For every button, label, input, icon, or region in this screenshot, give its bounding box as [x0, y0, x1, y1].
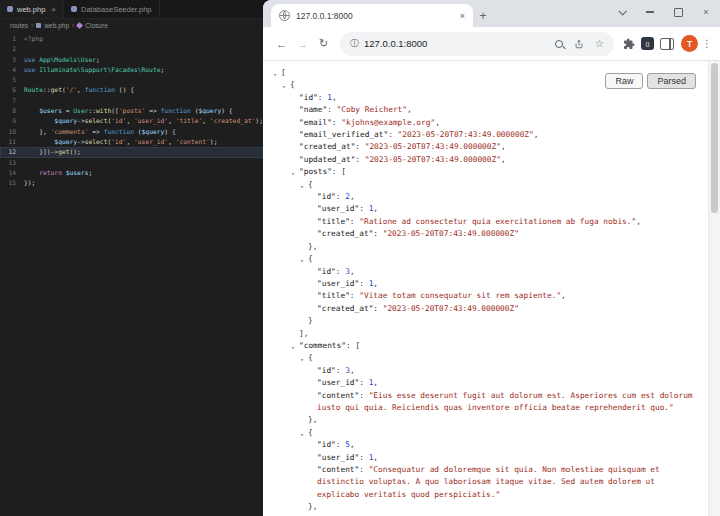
code-token: $query	[54, 117, 77, 124]
minimize-button[interactable]	[636, 0, 664, 24]
code-line-3[interactable]: 3use App\Models\User;	[0, 55, 263, 65]
omnibox-actions: ☆	[555, 38, 604, 49]
parsed-button[interactable]: Parsed	[647, 73, 696, 89]
maximize-button[interactable]	[664, 0, 692, 24]
code-line-4[interactable]: 4use Illuminate\Support\Facades\Route;	[0, 65, 263, 75]
site-info-icon[interactable]: ⓘ	[350, 37, 359, 50]
code-token: 'id'	[111, 117, 126, 124]
code-line-5[interactable]: 5	[0, 75, 263, 85]
json-token: ,	[373, 378, 378, 387]
bookmark-star-icon[interactable]: ☆	[595, 38, 604, 49]
line-number: 1	[0, 34, 24, 44]
code-token: ->	[77, 117, 85, 124]
code-text: use Illuminate\Support\Facades\Route;	[24, 65, 164, 75]
browser-tab-strip: 127.0.0.1:8000 × + ×	[263, 0, 720, 27]
json-token: "id"	[317, 267, 336, 276]
close-window-button[interactable]: ×	[692, 0, 720, 24]
code-token: select	[85, 138, 108, 145]
breadcrumb-item-web-php[interactable]: web.php	[44, 22, 69, 29]
close-tab-icon[interactable]: ×	[460, 11, 465, 21]
breadcrumb-item-closure[interactable]: Closure	[85, 22, 107, 29]
chevron-separator-icon: ›	[31, 22, 33, 29]
code-line-2[interactable]: 2	[0, 44, 263, 54]
php-file-icon	[71, 6, 77, 12]
extensions-puzzle-icon[interactable]	[623, 38, 635, 50]
browser-tab[interactable]: 127.0.0.1:8000 ×	[271, 4, 473, 27]
json-line: "email_verified_at": "2023-05-20T07:43:4…	[263, 129, 720, 141]
code-token: ) {	[164, 128, 175, 135]
json-token: ,	[350, 440, 355, 449]
code-token: },	[24, 128, 51, 135]
reload-button[interactable]: ↻	[315, 37, 332, 50]
code-line-14[interactable]: 14 return $users;	[0, 168, 263, 178]
code-token: 'created_at'	[210, 117, 256, 124]
code-token: ->	[77, 138, 85, 145]
line-number: 7	[0, 96, 24, 106]
code-text: use App\Models\User;	[24, 55, 100, 65]
kebab-menu-icon[interactable]: ⋮	[702, 38, 712, 49]
code-line-12[interactable]: 12 }])->get();	[0, 147, 263, 157]
code-line-10[interactable]: 10 }, 'comments' => function ($query) {	[0, 127, 263, 137]
json-token: :	[355, 155, 364, 164]
json-line: "content": "Consequatur ad doloremque si…	[263, 464, 720, 501]
code-token: ;	[88, 169, 92, 176]
json-token: [	[281, 68, 286, 77]
json-token: :	[332, 118, 341, 127]
code-line-15[interactable]: 15});	[0, 178, 263, 188]
breadcrumb: routes › web.php › Closure	[0, 19, 263, 31]
back-button[interactable]: ←	[273, 38, 290, 50]
json-line: "user_id": 1,	[263, 278, 720, 290]
code-line-7[interactable]: 7	[0, 96, 263, 106]
code-area[interactable]: 1<?php23use App\Models\User;4use Illumin…	[0, 31, 263, 516]
close-tab-icon[interactable]: ×	[51, 5, 56, 14]
page-content: Raw Parsed ▾[▾{"id": 1,"name": "Coby Rei…	[263, 61, 720, 516]
breadcrumb-item-routes[interactable]: routes	[10, 22, 28, 29]
code-text: $query->select('id', 'user_id', 'title',…	[24, 116, 263, 126]
scrollbar[interactable]	[708, 61, 720, 516]
json-formatter-extension-icon[interactable]: {}	[641, 37, 654, 50]
editor-tab-label: DatabaseSeeder.php	[81, 5, 151, 14]
json-token: "kjohns@example.org"	[341, 118, 435, 127]
tab-search-chevron-icon[interactable]	[608, 0, 636, 24]
json-token: "Coby Reichert"	[337, 105, 407, 114]
new-tab-button[interactable]: +	[473, 9, 493, 23]
json-token: "id"	[317, 440, 336, 449]
json-token: "id"	[299, 93, 318, 102]
editor-tab-web-php[interactable]: web.php ×	[0, 0, 64, 18]
code-line-13[interactable]: 13	[0, 158, 263, 168]
address-bar[interactable]: ⓘ 127.0.0.1:8000 ☆	[340, 32, 614, 56]
code-token: '/'	[66, 86, 77, 93]
json-line: "id": 3,	[263, 266, 720, 278]
code-token: function	[161, 107, 191, 114]
forward-button[interactable]: →	[294, 38, 311, 50]
json-token: "Consequatur ad doloremque sit quia. Non…	[317, 465, 660, 499]
editor-tab-databaseseeder[interactable]: DatabaseSeeder.php	[64, 0, 159, 18]
profile-avatar[interactable]: T	[681, 35, 698, 52]
json-token: },	[308, 502, 317, 511]
json-token: "content"	[317, 465, 359, 474]
code-token: 'comments'	[51, 128, 89, 135]
json-token: ,	[332, 93, 337, 102]
json-line: }	[263, 315, 720, 327]
code-token: ,	[202, 117, 210, 124]
json-token: {	[308, 180, 313, 189]
code-line-11[interactable]: 11 $query->select('id', 'user_id', 'cont…	[0, 137, 263, 147]
url-text: 127.0.0.1:8000	[364, 38, 550, 49]
code-token: );	[255, 117, 263, 124]
side-panel-icon[interactable]	[660, 38, 674, 50]
json-line: "id": 3,	[263, 365, 720, 377]
scrollbar-thumb[interactable]	[711, 63, 718, 213]
json-token: :	[318, 93, 327, 102]
code-line-1[interactable]: 1<?php	[0, 34, 263, 44]
code-token: () {	[115, 86, 134, 93]
code-line-9[interactable]: 9 $query->select('id', 'user_id', 'title…	[0, 116, 263, 126]
raw-button[interactable]: Raw	[605, 73, 643, 89]
json-token: :	[350, 291, 359, 300]
code-line-8[interactable]: 8 $users = User::with(['posts' => functi…	[0, 106, 263, 116]
code-line-6[interactable]: 6Route::get('/', function () {	[0, 85, 263, 95]
zoom-icon[interactable]	[555, 40, 563, 48]
line-number: 5	[0, 75, 24, 85]
code-token: Route	[24, 86, 43, 93]
share-icon[interactable]	[574, 39, 584, 49]
json-line: "email": "kjohns@example.org",	[263, 117, 720, 129]
